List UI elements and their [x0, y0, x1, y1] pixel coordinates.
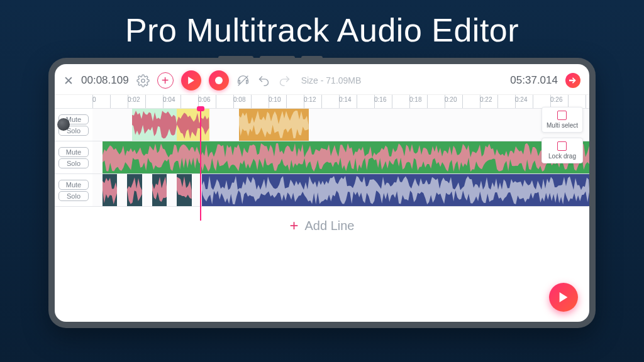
plus-icon: +: [290, 217, 299, 234]
app-screen: ✕ 00:08.109 + Size - 71.09MB 05:37.014: [55, 64, 589, 322]
svg-point-0: [142, 79, 145, 82]
track-lane[interactable]: [92, 174, 589, 206]
lock-drag-toggle[interactable]: Lock drag: [541, 138, 583, 163]
audio-clip[interactable]: [177, 109, 209, 141]
toolbar: ✕ 00:08.109 + Size - 71.09MB 05:37.014: [55, 64, 589, 95]
ruler-tick-label: 0:02: [128, 96, 140, 103]
multi-select-toggle[interactable]: Multi select: [541, 107, 583, 133]
ruler-tick-label: 0:24: [515, 96, 527, 103]
ruler-tick-label: 0:10: [269, 96, 280, 103]
audio-clip[interactable]: [177, 174, 192, 206]
add-button[interactable]: +: [157, 72, 174, 89]
track-gutter: MuteSolo: [55, 174, 92, 206]
audio-clip[interactable]: [132, 109, 177, 141]
audio-clip[interactable]: [202, 174, 589, 206]
audio-clip[interactable]: [127, 174, 142, 206]
mute-button[interactable]: Mute: [58, 180, 89, 190]
ruler-tick-label: 0:18: [409, 96, 421, 103]
file-size-label: Size - 71.09MB: [301, 75, 362, 85]
total-time: 05:37.014: [510, 74, 558, 87]
gear-icon[interactable]: [136, 74, 150, 87]
ruler-tick-label: 0:06: [198, 96, 210, 103]
fab-play-button[interactable]: [549, 283, 578, 312]
ruler-tick-label: 0:26: [550, 96, 562, 103]
device-frame: ✕ 00:08.109 + Size - 71.09MB 05:37.014: [48, 58, 596, 328]
time-ruler[interactable]: 00:020:040:060:080:100:120:140:160:180:2…: [92, 95, 589, 108]
undo-icon[interactable]: [257, 74, 270, 87]
track-gutter: MuteSolo: [55, 141, 92, 173]
solo-button[interactable]: Solo: [58, 158, 89, 168]
play-button[interactable]: [181, 70, 201, 90]
track-row: MuteSolo: [55, 174, 589, 207]
track-row: MuteSolo: [55, 109, 589, 141]
drag-knob-icon[interactable]: [57, 118, 70, 131]
audio-clip[interactable]: [103, 141, 589, 173]
go-button[interactable]: [565, 73, 580, 88]
ruler-tick-label: 0:20: [445, 96, 457, 103]
tracks-area: MuteSoloMuteSoloMuteSolo: [55, 109, 589, 207]
ruler-tick-label: 0:14: [339, 96, 351, 103]
headphones-off-icon[interactable]: [236, 74, 250, 87]
checkbox-icon: [557, 111, 567, 120]
redo-icon[interactable]: [278, 74, 291, 87]
current-time: 00:08.109: [81, 74, 129, 87]
checkbox-icon: [557, 141, 567, 151]
time-ruler-row: 00:020:040:060:080:100:120:140:160:180:2…: [55, 95, 589, 109]
track-row: MuteSolo: [55, 141, 589, 174]
track-lane[interactable]: [92, 141, 589, 173]
ruler-tick-label: 0:12: [304, 96, 316, 103]
playhead[interactable]: [200, 109, 201, 221]
audio-clip[interactable]: [103, 174, 118, 206]
audio-clip[interactable]: [152, 174, 167, 206]
solo-button[interactable]: Solo: [58, 191, 89, 201]
audio-clip[interactable]: [239, 109, 309, 141]
ruler-tick-label: 0:22: [480, 96, 492, 103]
lock-drag-label: Lock drag: [548, 153, 576, 160]
ruler-tick-label: 0:08: [233, 96, 245, 103]
marketing-title: Pro Multitrack Audio Editor: [0, 0, 644, 58]
ruler-tick-label: 0:16: [374, 96, 386, 103]
track-lane[interactable]: [92, 109, 589, 141]
record-button[interactable]: [209, 70, 229, 90]
ruler-tick-label: 0: [92, 96, 96, 103]
add-line-label: Add Line: [305, 219, 355, 233]
close-icon[interactable]: ✕: [64, 74, 74, 88]
playhead-knob-icon[interactable]: [197, 106, 204, 111]
ruler-tick-label: 0:04: [163, 96, 175, 103]
add-line-button[interactable]: + Add Line: [55, 207, 589, 244]
multi-select-label: Multi select: [547, 122, 578, 129]
mute-button[interactable]: Mute: [58, 147, 89, 157]
